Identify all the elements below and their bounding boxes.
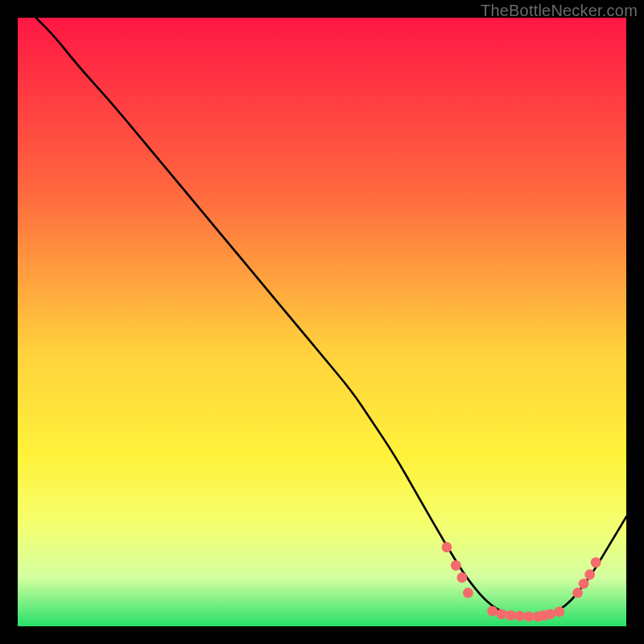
bottleneck-curve bbox=[36, 18, 626, 617]
data-dot bbox=[545, 609, 555, 619]
data-dot bbox=[487, 606, 497, 617]
data-dot bbox=[506, 610, 516, 621]
data-dots bbox=[442, 542, 601, 621]
data-dot bbox=[591, 557, 601, 568]
data-dot bbox=[579, 579, 589, 589]
plot-area bbox=[18, 18, 626, 626]
data-dot bbox=[456, 572, 467, 583]
data-dot bbox=[463, 588, 473, 598]
data-dot bbox=[572, 588, 583, 598]
data-dot bbox=[514, 611, 525, 621]
data-dot bbox=[554, 606, 564, 617]
data-dot bbox=[584, 569, 595, 580]
data-dot bbox=[451, 560, 461, 571]
data-dot bbox=[524, 611, 535, 621]
data-dot bbox=[497, 609, 507, 619]
data-dot bbox=[442, 542, 452, 552]
chart-stage: TheBottleNecker.com bbox=[0, 0, 644, 644]
chart-curve-layer bbox=[18, 18, 626, 626]
